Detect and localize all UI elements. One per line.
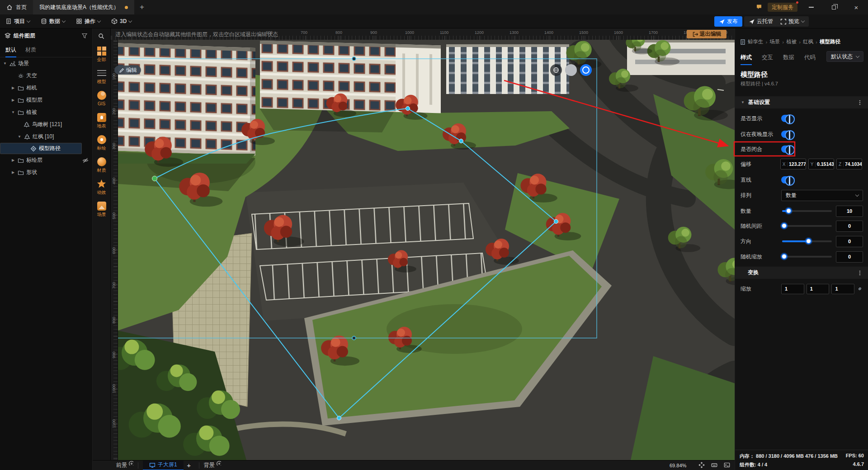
menu-3d[interactable]: 3D — [106, 14, 137, 28]
strip-item-material[interactable]: 材质 — [93, 157, 110, 173]
tree-item-model-layer[interactable]: ▶ 模型层 — [0, 94, 92, 106]
caret-down-icon[interactable]: ▼ — [17, 135, 22, 139]
scale-z-input[interactable]: 1 — [831, 284, 854, 294]
offset-y-input[interactable]: Y 0.15143 — [808, 159, 834, 169]
tree-item-vegetation[interactable]: ▼ 植被 — [0, 106, 92, 118]
tree-item-scene[interactable]: ▼ 场景 — [0, 57, 92, 70]
offset-z-input[interactable]: Z 74.1034 — [836, 159, 862, 169]
keyboard-icon[interactable] — [711, 462, 718, 469]
breadcrumb-item[interactable]: 红枫 — [803, 38, 813, 45]
edit-badge[interactable]: 编辑 — [114, 66, 141, 75]
tree-item-birdview-tree[interactable]: 鸟瞰树 [121] — [0, 118, 92, 131]
menu-actions[interactable]: 操作 — [71, 14, 106, 28]
section-label: 变换 — [748, 269, 759, 277]
line-toggle[interactable] — [781, 176, 795, 183]
tab-default[interactable]: 默认 — [5, 43, 16, 57]
cloud-hosting-button[interactable]: 云托管 — [744, 16, 778, 27]
count-value[interactable]: 10 — [836, 206, 863, 217]
random-scale-slider[interactable] — [782, 256, 832, 258]
strip-item-model[interactable]: 模型 — [93, 69, 110, 84]
history-button[interactable] — [580, 64, 592, 76]
tab-material[interactable]: 材质 — [25, 43, 36, 57]
arrange-select[interactable]: 数量 — [781, 190, 863, 201]
circle-plus-icon[interactable] — [128, 461, 133, 465]
sub-screen-tab[interactable]: 子大屏1 — [143, 461, 184, 470]
console-icon[interactable] — [724, 462, 731, 469]
new-tab-button[interactable]: + — [134, 0, 150, 14]
exit-edit-button[interactable]: 退出编辑 — [687, 30, 726, 38]
tab-interaction[interactable]: 交互 — [762, 54, 773, 65]
strip-item-plot[interactable]: 标绘 — [93, 135, 110, 150]
tree-icon — [24, 134, 30, 140]
closed-toggle[interactable] — [781, 146, 795, 153]
strip-item-all[interactable]: 全部 — [93, 47, 110, 62]
tree-item-shapes[interactable]: ▶ 形状 — [0, 166, 92, 179]
tab-data[interactable]: 数据 — [783, 54, 794, 65]
tree-item-model-path[interactable]: 模型路径 — [0, 143, 82, 154]
scale-x-input[interactable]: 1 — [781, 284, 804, 294]
breadcrumb-item[interactable]: 植被 — [786, 38, 797, 45]
filter-icon[interactable] — [81, 33, 88, 39]
zoom-level[interactable]: 69.84% — [670, 463, 686, 468]
random-gap-value[interactable]: 0 — [836, 221, 863, 232]
strip-item-terrain[interactable]: 地表 — [93, 113, 110, 128]
eye-off-icon[interactable] — [82, 157, 89, 164]
strip-item-scene[interactable]: 场景 — [93, 202, 110, 217]
caret-right-icon[interactable]: ▶ — [11, 98, 15, 102]
scale-y-input[interactable]: 1 — [807, 284, 830, 294]
sun-icon — [18, 73, 24, 79]
caret-down-icon[interactable]: ▼ — [741, 100, 745, 104]
background-tab[interactable]: 背景 — [204, 461, 221, 469]
add-screen-button[interactable]: + — [184, 461, 194, 469]
more-options-icon[interactable] — [857, 270, 863, 276]
menu-data[interactable]: 数据 — [35, 14, 71, 28]
caret-down-icon[interactable]: ▼ — [3, 61, 7, 66]
caret-down-icon[interactable]: ▼ — [11, 110, 15, 114]
tree-item-sky[interactable]: 天空 — [0, 70, 92, 82]
caret-right-icon[interactable]: ▶ — [11, 170, 15, 174]
caret-right-icon[interactable]: ▶ — [11, 86, 15, 90]
message-bubble-icon[interactable] — [756, 4, 763, 11]
row-visible: 是否显示 — [735, 111, 868, 126]
direction-value[interactable]: 0 — [836, 236, 863, 247]
offset-x-input[interactable]: X 123.277 — [780, 159, 806, 169]
maximize-button[interactable] — [825, 0, 843, 14]
visible-toggle[interactable] — [781, 115, 795, 122]
menu-project[interactable]: 项目 — [0, 14, 35, 28]
state-selector[interactable]: 默认状态 — [826, 51, 863, 62]
tree-item-camera[interactable]: ▶ 相机 — [0, 82, 92, 94]
component-title: 模型路径 — [741, 70, 768, 79]
view-globe-button[interactable] — [550, 64, 562, 76]
tab-home[interactable]: 首页 — [0, 0, 33, 14]
strip-item-effects[interactable]: 动效 — [93, 179, 110, 195]
breadcrumb-item[interactable]: 鲸孪生 — [748, 38, 764, 45]
preview-button[interactable]: 预览 — [776, 16, 809, 27]
minimize-button[interactable] — [802, 0, 820, 14]
breadcrumb-item[interactable]: 场景 — [769, 38, 780, 45]
tree-item-plot-layer[interactable]: ▶ 标绘层 — [0, 154, 92, 166]
night-only-toggle[interactable] — [781, 131, 795, 138]
view-mode-button[interactable] — [565, 64, 577, 76]
more-options-icon[interactable] — [857, 99, 863, 106]
custom-service-badge[interactable]: 定制服务 — [768, 3, 797, 12]
section-basic-settings[interactable]: ▼ 基础设置 — [735, 96, 868, 108]
scene-3d-viewport[interactable]: 6007008009001000110012001300140015001600… — [111, 28, 735, 460]
publish-button[interactable]: 发布 — [714, 16, 742, 27]
fit-view-icon[interactable] — [698, 462, 706, 469]
tab-style[interactable]: 样式 — [741, 54, 752, 65]
count-slider[interactable] — [782, 210, 832, 212]
tree-item-red-maple[interactable]: ▼ 红枫 [10] — [0, 131, 92, 143]
strip-item-gis[interactable]: GIS — [93, 91, 110, 106]
tab-document[interactable]: 我的建筑底座场景A（性能优先） — [33, 0, 134, 14]
close-button[interactable]: × — [847, 0, 865, 14]
random-scale-value[interactable]: 0 — [836, 251, 863, 263]
foreground-tab[interactable]: 前景 — [116, 461, 133, 469]
direction-slider[interactable] — [782, 240, 832, 242]
tab-code[interactable]: 代码 — [804, 54, 816, 65]
random-gap-slider[interactable] — [782, 225, 832, 227]
section-transform[interactable]: 变换 — [735, 267, 868, 279]
link-icon[interactable] — [857, 286, 863, 292]
circle-plus-icon[interactable] — [216, 461, 221, 465]
search-icon[interactable] — [98, 33, 105, 40]
caret-right-icon[interactable]: ▶ — [11, 158, 15, 162]
